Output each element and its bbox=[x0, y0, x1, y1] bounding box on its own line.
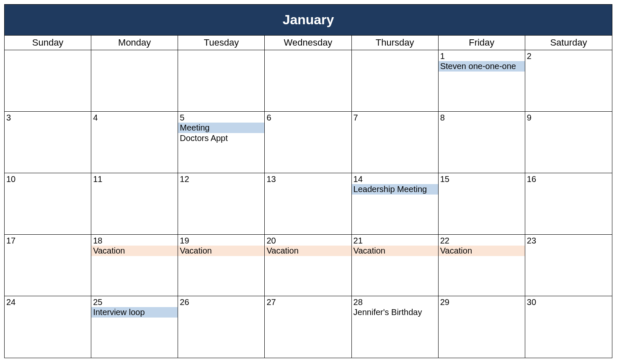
day-number: 17 bbox=[6, 236, 89, 246]
calendar-day[interactable]: 1Steven one-one-one bbox=[439, 50, 525, 112]
day-number: 24 bbox=[6, 297, 89, 307]
calendar-day[interactable] bbox=[265, 50, 351, 112]
calendar-event[interactable]: Vacation bbox=[352, 246, 438, 256]
day-number: 19 bbox=[180, 236, 263, 246]
calendar-week: 1Steven one-one-one2 bbox=[5, 50, 612, 112]
calendar-day[interactable]: 3 bbox=[5, 112, 91, 173]
calendar-week: 345MeetingDoctors Appt6789 bbox=[5, 112, 612, 173]
day-number: 9 bbox=[527, 113, 610, 123]
calendar-day[interactable]: 11 bbox=[91, 173, 178, 235]
day-number: 28 bbox=[354, 297, 436, 307]
day-number: 4 bbox=[93, 113, 176, 123]
day-number: 3 bbox=[6, 113, 89, 123]
calendar-day[interactable] bbox=[91, 50, 178, 112]
calendar-day[interactable]: 26 bbox=[178, 296, 265, 358]
calendar-day[interactable]: 18Vacation bbox=[91, 235, 178, 296]
calendar-day[interactable]: 14Leadership Meeting bbox=[352, 173, 439, 235]
weekday-monday: Monday bbox=[91, 36, 178, 50]
calendar-day[interactable]: 2 bbox=[525, 50, 612, 112]
calendar-event[interactable]: Interview loop bbox=[91, 307, 178, 318]
day-number: 2 bbox=[527, 51, 610, 61]
calendar-day[interactable] bbox=[352, 50, 439, 112]
weekday-wednesday: Wednesday bbox=[265, 36, 351, 50]
calendar-event[interactable]: Vacation bbox=[439, 246, 525, 256]
day-number: 10 bbox=[6, 174, 89, 184]
day-number: 21 bbox=[354, 236, 436, 246]
calendar-day[interactable]: 10 bbox=[5, 173, 91, 235]
day-number: 8 bbox=[440, 113, 523, 123]
calendar-day[interactable]: 22Vacation bbox=[439, 235, 525, 296]
calendar-day[interactable]: 23 bbox=[525, 235, 612, 296]
calendar-event[interactable]: Leadership Meeting bbox=[352, 184, 438, 195]
calendar-day[interactable]: 16 bbox=[525, 173, 612, 235]
calendar-day[interactable]: 20Vacation bbox=[265, 235, 351, 296]
calendar-day[interactable]: 12 bbox=[178, 173, 265, 235]
calendar-grid: 1Steven one-one-one2345MeetingDoctors Ap… bbox=[5, 50, 612, 358]
calendar-event[interactable]: Vacation bbox=[178, 246, 264, 256]
calendar-event[interactable]: Meeting bbox=[178, 123, 264, 133]
weekday-tuesday: Tuesday bbox=[178, 36, 265, 50]
calendar-day[interactable] bbox=[178, 50, 265, 112]
day-number: 23 bbox=[527, 236, 610, 246]
calendar-week: 1011121314Leadership Meeting1516 bbox=[5, 173, 612, 235]
calendar-event[interactable]: Vacation bbox=[91, 246, 178, 256]
calendar-day[interactable]: 17 bbox=[5, 235, 91, 296]
day-number: 18 bbox=[93, 236, 176, 246]
calendar-day[interactable]: 27 bbox=[265, 296, 351, 358]
day-number: 15 bbox=[440, 174, 523, 184]
day-number: 6 bbox=[266, 113, 349, 123]
weekday-header-row: Sunday Monday Tuesday Wednesday Thursday… bbox=[5, 36, 612, 50]
calendar-day[interactable]: 4 bbox=[91, 112, 178, 173]
weekday-friday: Friday bbox=[439, 36, 525, 50]
calendar-event[interactable]: Doctors Appt bbox=[178, 133, 264, 144]
calendar-event[interactable]: Vacation bbox=[265, 246, 351, 256]
calendar-day[interactable]: 30 bbox=[525, 296, 612, 358]
calendar-day[interactable]: 24 bbox=[5, 296, 91, 358]
calendar-event[interactable]: Steven one-one-one bbox=[439, 61, 525, 72]
calendar-day[interactable] bbox=[5, 50, 91, 112]
calendar-day[interactable]: 8 bbox=[439, 112, 525, 173]
calendar-day[interactable]: 21Vacation bbox=[352, 235, 439, 296]
calendar-event[interactable]: Jennifer's Birthday bbox=[352, 307, 438, 318]
calendar-day[interactable]: 15 bbox=[439, 173, 525, 235]
calendar-day[interactable]: 28Jennifer's Birthday bbox=[352, 296, 439, 358]
day-number: 30 bbox=[527, 297, 610, 307]
day-number: 7 bbox=[354, 113, 436, 123]
calendar-week: 1718Vacation19Vacation20Vacation21Vacati… bbox=[5, 235, 612, 296]
calendar-day[interactable]: 7 bbox=[352, 112, 439, 173]
calendar-day[interactable]: 9 bbox=[525, 112, 612, 173]
day-number: 25 bbox=[93, 297, 176, 307]
calendar-day[interactable]: 25Interview loop bbox=[91, 296, 178, 358]
day-number: 29 bbox=[440, 297, 523, 307]
day-number: 22 bbox=[440, 236, 523, 246]
day-number: 16 bbox=[527, 174, 610, 184]
day-number: 14 bbox=[354, 174, 436, 184]
calendar-day[interactable]: 13 bbox=[265, 173, 351, 235]
calendar-day[interactable]: 6 bbox=[265, 112, 351, 173]
day-number: 13 bbox=[266, 174, 349, 184]
day-number: 20 bbox=[266, 236, 349, 246]
calendar-day[interactable]: 5MeetingDoctors Appt bbox=[178, 112, 265, 173]
weekday-saturday: Saturday bbox=[525, 36, 612, 50]
day-number: 27 bbox=[266, 297, 349, 307]
weekday-sunday: Sunday bbox=[5, 36, 91, 50]
day-number: 11 bbox=[93, 174, 176, 184]
calendar: January Sunday Monday Tuesday Wednesday … bbox=[4, 4, 612, 358]
day-number: 5 bbox=[180, 113, 263, 123]
day-number: 12 bbox=[180, 174, 263, 184]
calendar-day[interactable]: 29 bbox=[439, 296, 525, 358]
month-title: January bbox=[5, 5, 612, 36]
calendar-week: 2425Interview loop262728Jennifer's Birth… bbox=[5, 296, 612, 358]
day-number: 1 bbox=[440, 51, 523, 61]
calendar-day[interactable]: 19Vacation bbox=[178, 235, 265, 296]
day-number: 26 bbox=[180, 297, 263, 307]
weekday-thursday: Thursday bbox=[352, 36, 439, 50]
